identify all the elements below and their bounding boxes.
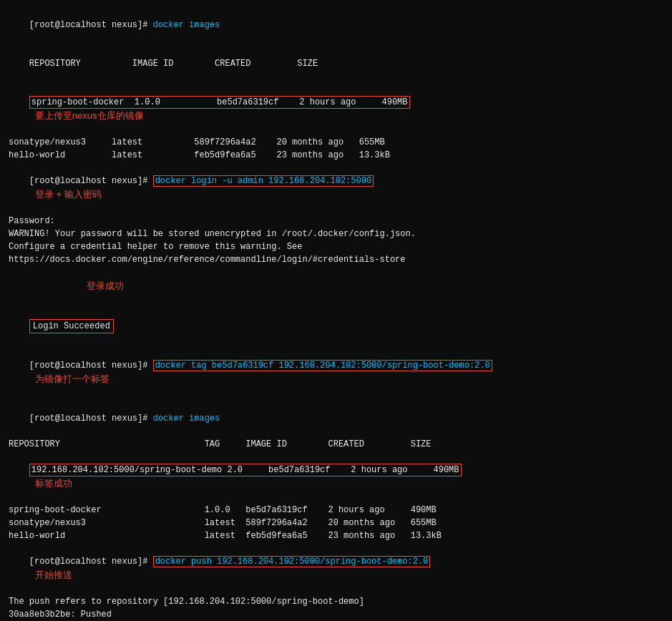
terminal-line-4: sonatype/nexus3 latest 589f7296a4a2 20 m…	[9, 136, 663, 149]
terminal-header: REPOSITORY IMAGE ID CREATED SIZE	[29, 59, 318, 69]
terminal-line-12: Login Succeeded	[9, 306, 663, 346]
terminal-push-cmd: docker push 192.168.204.102:5000/spring-…	[153, 556, 431, 567]
terminal-line-1: [root@localhost nexus]# docker images	[9, 6, 663, 44]
terminal-line-3: spring-boot-docker 1.0.0 be5d7a6319cf 2 …	[9, 83, 663, 136]
terminal-line-22: 30aa8eb3b2be: Pushed	[9, 608, 663, 621]
terminal-annotation-2: 登录 + 输入密码	[35, 189, 102, 200]
terminal-line-21: The push refers to repository [192.168.2…	[9, 595, 663, 608]
terminal-annotation-5: 开始推送	[35, 569, 72, 580]
terminal-annotation-login: 登录成功	[87, 280, 124, 291]
terminal-tag-cmd: docker tag be5d7a6319cf 192.168.204.102:…	[153, 360, 492, 371]
terminal-login-cmd: docker login -u admin 192.168.204.102:50…	[153, 175, 374, 187]
terminal-line-17: spring-boot-docker 1.0.0 be5d7a6319cf 2 …	[9, 504, 663, 517]
terminal-line-16: 192.168.204.102:5000/spring-boot-demo 2.…	[9, 451, 663, 504]
terminal-line-11: 登录成功	[9, 266, 663, 306]
terminal-line-15: REPOSITORY TAG IMAGE ID CREATED SIZE	[9, 438, 663, 451]
terminal-cmd: docker images	[153, 20, 220, 30]
terminal-annotation-4: 标签成功	[35, 478, 72, 489]
terminal-repo-highlight: 192.168.204.102:5000/spring-boot-demo 2.…	[29, 464, 462, 476]
terminal-line-7: Password:	[9, 215, 663, 228]
terminal-prompt-5: [root@localhost nexus]#	[29, 557, 153, 567]
terminal-line-18: sonatype/nexus3 latest 589f7296a4a2 20 m…	[9, 517, 663, 529]
terminal-line-2: REPOSITORY IMAGE ID CREATED SIZE	[9, 44, 663, 83]
terminal-highlight-repo: spring-boot-docker 1.0.0 be5d7a6319cf 2 …	[29, 96, 410, 109]
terminal-line-10: https://docs.docker.com/engine/reference…	[9, 253, 663, 266]
terminal-line-19: hello-world latest feb5d9fea6a5 23 month…	[9, 529, 663, 542]
terminal-line-14: [root@localhost nexus]# docker images	[9, 399, 663, 438]
terminal-prompt-3: [root@localhost nexus]#	[29, 361, 153, 371]
terminal-line-6: [root@localhost nexus]# docker login -u …	[9, 162, 663, 215]
terminal-line-5: hello-world latest feb5d9fea6a5 23 month…	[9, 149, 663, 162]
terminal-line-8: WARNING! Your password will be stored un…	[9, 228, 663, 240]
terminal-line-20: [root@localhost nexus]# docker push 192.…	[9, 542, 663, 595]
terminal-cmd-2: docker images	[153, 414, 220, 424]
terminal-line-13: [root@localhost nexus]# docker tag be5d7…	[9, 346, 663, 399]
terminal-annotation-1: 要上传至nexus仓库的镜像	[35, 110, 144, 121]
terminal-prompt: [root@localhost nexus]#	[29, 20, 153, 30]
terminal-annotation-3: 为镜像打一个标签	[35, 373, 109, 384]
terminal-section: [root@localhost nexus]# docker images RE…	[0, 0, 672, 621]
terminal-prompt-2: [root@localhost nexus]#	[29, 176, 153, 186]
terminal-line-9: Configure a credential helper to remove …	[9, 240, 663, 253]
terminal-prompt-4: [root@localhost nexus]#	[29, 414, 153, 424]
login-success-text: Login Succeeded	[29, 319, 114, 333]
